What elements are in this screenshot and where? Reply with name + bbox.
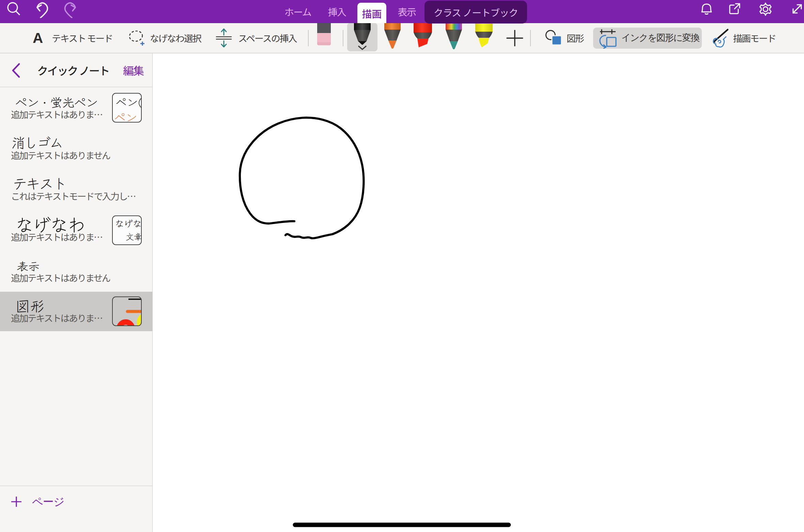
orange-pen-icon xyxy=(382,23,403,50)
thumbnail-ink-text: ペン( xyxy=(115,94,142,110)
search-button[interactable] xyxy=(5,0,22,23)
thumbnail-ink-text: なげな xyxy=(115,217,142,229)
page-thumbnail xyxy=(112,296,142,326)
tab-view[interactable]: 表示 xyxy=(398,0,416,23)
rainbow-pen-tool[interactable] xyxy=(444,23,464,53)
page-list-sidebar: クイック ノート 編集 ペン・蛍光ペン 追加テキストはありま… ペン( ペン 消… xyxy=(0,53,153,532)
add-page-label: ページ xyxy=(32,486,64,517)
red-highlighter-icon xyxy=(412,23,434,50)
page-subtitle: 追加テキストはありま… xyxy=(11,311,102,324)
insert-space-icon xyxy=(215,28,232,47)
shapes-button[interactable]: 図形 xyxy=(545,23,584,53)
selected-pen-tool[interactable] xyxy=(347,23,377,51)
page-subtitle: 追加テキストはありま… xyxy=(11,230,102,243)
thumbnail-ink-text: ペン xyxy=(114,109,137,123)
lasso-icon xyxy=(129,31,145,46)
insert-space-label: スペースの挿入 xyxy=(238,23,297,53)
insert-space-button[interactable]: スペースの挿入 xyxy=(215,23,295,53)
redo-icon xyxy=(62,2,78,18)
add-page-plus-icon xyxy=(11,497,21,507)
lasso-select-button[interactable]: なげなわ選択 xyxy=(129,23,200,53)
page-list-item-selected[interactable]: 図形 追加テキストはありま… xyxy=(0,292,152,331)
undo-icon xyxy=(34,2,50,18)
text-mode-button[interactable]: A テキスト モード xyxy=(30,23,115,53)
page-list-item[interactable]: 消しゴム 追加テキストはありません xyxy=(0,128,152,169)
tab-home[interactable]: ホーム xyxy=(284,0,311,23)
convert-ink-to-shapes-button[interactable]: インクを図形に変換 xyxy=(593,28,702,49)
page-thumbnail: ペン( ペン xyxy=(112,93,142,123)
add-page-button[interactable]: ページ xyxy=(0,486,152,513)
settings-gear-icon xyxy=(758,2,773,17)
orange-pen-tool[interactable] xyxy=(382,23,403,53)
draw-ribbon: A テキスト モード なげなわ選択 スペースの挿入 xyxy=(0,23,804,53)
share-icon xyxy=(727,2,742,16)
back-button[interactable] xyxy=(8,53,24,87)
ribbon-separator xyxy=(530,30,531,46)
page-subtitle: 追加テキストはありません xyxy=(11,148,110,162)
convert-ink-label: インクを図形に変換 xyxy=(621,23,699,53)
red-highlighter-tool[interactable] xyxy=(412,23,434,53)
text-mode-icon: A xyxy=(33,29,43,45)
page-list-item[interactable]: ペン・蛍光ペン 追加テキストはありま… ペン( ペン xyxy=(0,87,152,128)
onenote-app: ホーム 挿入 描画 表示 クラス ノートブック xyxy=(0,0,804,532)
black-pen-icon xyxy=(347,23,377,51)
undo-button[interactable] xyxy=(33,0,51,23)
page-subtitle: これはテキストモードで入力し… xyxy=(11,189,135,203)
tab-insert[interactable]: 挿入 xyxy=(328,0,346,23)
eraser-tool[interactable] xyxy=(315,23,333,53)
draw-mode-icon xyxy=(711,28,730,48)
share-button[interactable] xyxy=(727,0,742,23)
top-app-bar: ホーム 挿入 描画 表示 クラス ノートブック xyxy=(0,0,804,23)
search-icon xyxy=(6,2,22,17)
shapes-label: 図形 xyxy=(567,23,584,53)
page-thumbnail: なげな 文章 xyxy=(112,215,142,245)
edit-button[interactable]: 編集 xyxy=(123,53,143,87)
yellow-highlighter-icon xyxy=(473,23,495,50)
tab-draw[interactable]: 描画 xyxy=(357,3,386,23)
redo-button[interactable] xyxy=(61,0,79,23)
page-subtitle: 追加テキストはありません xyxy=(11,271,110,284)
thumbnail-ink-text: 文章 xyxy=(126,230,142,242)
note-canvas[interactable] xyxy=(153,53,804,532)
bell-icon xyxy=(699,2,714,16)
expand-button[interactable] xyxy=(790,0,804,23)
page-list-item[interactable]: テキスト これはテキストモードで入力し… xyxy=(0,169,152,210)
section-title: クイック ノート xyxy=(37,53,109,87)
text-mode-label: テキスト モード xyxy=(52,23,112,53)
add-pen-button[interactable] xyxy=(506,23,524,53)
ribbon-separator xyxy=(308,30,309,46)
yellow-highlighter-tool[interactable] xyxy=(473,23,495,53)
convert-ink-icon xyxy=(599,28,618,49)
draw-mode-button[interactable]: 描画モード xyxy=(711,23,775,53)
page-list-item[interactable]: なげなわ 追加テキストはありま… なげな 文章 xyxy=(0,210,152,251)
tab-class-notebook[interactable]: クラス ノートブック xyxy=(424,1,527,23)
draw-mode-label: 描画モード xyxy=(733,23,776,53)
shapes-icon xyxy=(545,29,563,47)
lasso-label: なげなわ選択 xyxy=(150,23,201,53)
page-list-item[interactable]: 表示 追加テキストはありません xyxy=(0,251,152,292)
sidebar-header: クイック ノート 編集 xyxy=(0,53,152,87)
eraser-icon xyxy=(315,22,333,46)
plus-icon xyxy=(506,30,524,46)
settings-button[interactable] xyxy=(758,0,773,23)
thumbnail-ink-drawing xyxy=(113,297,142,326)
expand-icon xyxy=(790,2,804,16)
rainbow-pen-icon xyxy=(444,23,464,51)
page-subtitle: 追加テキストはありま… xyxy=(11,108,102,121)
notifications-button[interactable] xyxy=(699,0,714,23)
chevron-left-icon xyxy=(12,63,20,78)
ribbon-separator xyxy=(343,30,343,46)
